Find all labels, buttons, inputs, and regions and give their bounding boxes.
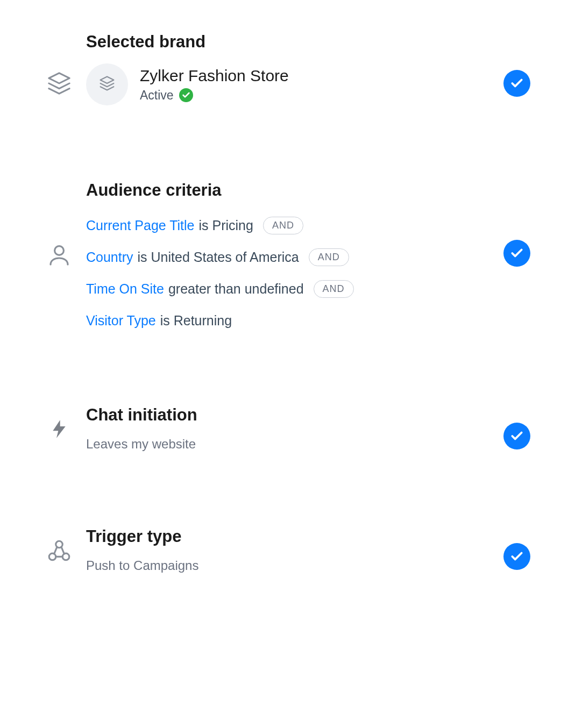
and-badge: AND: [309, 248, 349, 266]
criteria-item[interactable]: Visitor Type is Returning: [86, 311, 487, 330]
brand-status-text: Active: [140, 88, 174, 103]
trigger-type-title: Trigger type: [86, 527, 487, 546]
bolt-icon: [48, 416, 70, 444]
criteria-item[interactable]: Current Page Title is Pricing AND: [86, 216, 487, 235]
section-trigger-type: Trigger type Push to Campaigns: [32, 527, 530, 573]
svg-marker-0: [49, 73, 69, 83]
svg-marker-1: [101, 77, 114, 84]
criteria-condition: is Pricing: [199, 216, 253, 235]
layers-icon: [47, 71, 72, 98]
trigger-complete-check-icon[interactable]: [503, 543, 530, 570]
section-audience-criteria: Audience criteria Current Page Title is …: [32, 181, 530, 330]
criteria-condition: is United States of America: [138, 248, 299, 267]
chat-complete-check-icon[interactable]: [503, 423, 530, 449]
criteria-condition: is Returning: [160, 311, 232, 330]
brand-row[interactable]: Zylker Fashion Store Active: [86, 63, 487, 105]
status-active-icon: [179, 88, 193, 102]
criteria-field-link[interactable]: Time On Site: [86, 280, 164, 298]
chat-initiation-value: Leaves my website: [86, 437, 487, 452]
criteria-field-link[interactable]: Current Page Title: [86, 216, 195, 235]
and-badge: AND: [314, 280, 354, 298]
criteria-item[interactable]: Country is United States of America AND: [86, 248, 487, 267]
criteria-item[interactable]: Time On Site greater than undefined AND: [86, 280, 487, 298]
audience-complete-check-icon[interactable]: [503, 240, 530, 267]
criteria-list: Current Page Title is Pricing AND Countr…: [86, 216, 487, 330]
and-badge: AND: [263, 217, 303, 234]
brand-avatar: [86, 63, 128, 105]
nodes-icon: [46, 538, 73, 567]
section-chat-initiation: Chat initiation Leaves my website: [32, 405, 530, 452]
svg-point-2: [55, 246, 64, 255]
brand-name: Zylker Fashion Store: [140, 67, 289, 85]
section-selected-brand: Selected brand Zylker Fashion Store Acti: [32, 32, 530, 105]
audience-criteria-title: Audience criteria: [86, 181, 487, 200]
criteria-field-link[interactable]: Visitor Type: [86, 311, 156, 330]
criteria-field-link[interactable]: Country: [86, 248, 133, 267]
chat-initiation-title: Chat initiation: [86, 405, 487, 425]
selected-brand-title: Selected brand: [86, 32, 487, 52]
layers-icon: [99, 75, 115, 94]
criteria-condition: greater than undefined: [168, 280, 304, 298]
trigger-type-value: Push to Campaigns: [86, 558, 487, 573]
brand-complete-check-icon[interactable]: [503, 70, 530, 97]
user-icon: [46, 242, 72, 270]
